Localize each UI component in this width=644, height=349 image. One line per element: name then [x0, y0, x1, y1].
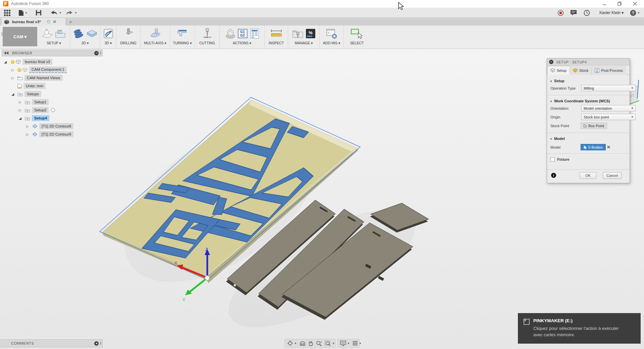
new-tab-button[interactable]: + — [69, 19, 72, 24]
record-button[interactable] — [557, 9, 564, 16]
ribbon-group-label[interactable]: 2D ▾ — [82, 41, 89, 45]
comments-drag-grip[interactable]: ‖ — [100, 341, 101, 345]
turning-icon[interactable] — [176, 29, 189, 39]
visibility-bulb-icon[interactable] — [17, 68, 21, 72]
fixture-checkbox[interactable] — [550, 157, 555, 162]
zoom-button[interactable]: ± — [315, 341, 323, 346]
orbit-button[interactable]: ▼ — [286, 340, 298, 346]
save-button[interactable] — [36, 9, 42, 16]
ribbon-group-label[interactable]: ACTIONS ▾ — [233, 41, 251, 45]
document-tab[interactable]: bureau final v3* ✕ — [2, 18, 66, 26]
expand-toggle-icon[interactable]: ▷ — [18, 108, 22, 112]
3d-milling-icon[interactable] — [103, 28, 114, 39]
expand-toggle-icon[interactable]: ◢ — [11, 92, 15, 96]
look-at-button[interactable] — [299, 341, 307, 346]
add-comment-icon[interactable]: + — [94, 341, 99, 346]
tab-setup[interactable]: Setup — [547, 66, 570, 75]
section-wcs[interactable]: ▼Work Coordinate System (WCS) — [550, 99, 610, 103]
tab-post-process[interactable]: G1 G2 Post Process — [592, 66, 626, 75]
dialog-header[interactable]: − SETUP : SETUP4 — [547, 59, 630, 65]
orientation-dropdown[interactable]: Model orientation▼ — [581, 105, 636, 111]
setup-sheet-icon[interactable] — [250, 28, 259, 39]
ribbon-group-label[interactable]: MULTI-AXIS ▾ — [144, 41, 166, 45]
drilling-icon[interactable] — [123, 28, 134, 39]
2d-face-icon[interactable] — [86, 28, 98, 39]
expand-toggle-icon[interactable]: ▷ — [11, 68, 15, 72]
stock-point-select-button[interactable]: Box Point — [581, 122, 607, 129]
ribbon-group-label[interactable]: 3D ▾ — [105, 41, 112, 45]
user-account-menu[interactable]: Xavier Klein ▾ — [599, 9, 624, 16]
ok-button[interactable]: OK — [580, 172, 596, 179]
job-status-button[interactable] — [584, 9, 590, 16]
tree-item-cam-component[interactable]: ▷ CAM Component:1 — [11, 66, 67, 73]
redo-button[interactable]: ▼ — [65, 9, 77, 16]
tree-item-label[interactable]: [T1] 2D Contour9 — [39, 131, 73, 137]
select-icon[interactable] — [350, 28, 364, 39]
zoom-window-button[interactable]: ▼ — [324, 341, 336, 346]
tree-item-setup2[interactable]: ▷ Setup2 — [18, 106, 55, 114]
expand-toggle-icon[interactable]: ▷ — [25, 133, 30, 136]
tree-item-label[interactable]: Setup2 — [32, 107, 49, 113]
ribbon-group-label[interactable]: ADD-INS ▾ — [323, 41, 340, 45]
tab-close-icon[interactable]: ✕ — [53, 19, 56, 24]
workspace-switcher[interactable]: CAM ▾ — [3, 27, 37, 46]
ribbon-group-label[interactable]: DRILLING — [120, 41, 136, 45]
cancel-button[interactable]: Cancel — [603, 172, 622, 179]
browser-header[interactable]: BROWSER − ‖ — [2, 50, 103, 56]
comments-bar[interactable]: COMMENTS + ‖ — [1, 339, 103, 347]
new-setup-icon[interactable] — [42, 28, 53, 39]
tree-item-label[interactable]: Setups — [24, 91, 41, 97]
ribbon-group-label[interactable]: INSPECT — [269, 41, 284, 45]
ribbon-group-label[interactable]: MANAGE ▾ — [295, 41, 313, 45]
section-setup[interactable]: ▼Setup — [550, 79, 564, 83]
expand-toggle-icon[interactable]: ◢ — [18, 116, 22, 120]
tree-item-contour8[interactable]: ▷ [T1] 2D Contour8 — [25, 122, 73, 130]
tree-item-root[interactable]: ◢ bureau final v3 — [3, 58, 52, 65]
visibility-bulb-icon[interactable] — [11, 60, 14, 64]
tool-library-icon[interactable] — [292, 28, 304, 39]
help-menu-button[interactable]: ? ▼ — [630, 9, 640, 16]
tree-item-label[interactable]: CAM Component:1 — [29, 66, 67, 73]
clear-model-selection-icon[interactable]: ✕ — [607, 145, 610, 150]
info-icon[interactable]: i — [551, 173, 556, 178]
post-gcode-icon[interactable]: G1 G2 — [238, 28, 248, 39]
measure-icon[interactable] — [270, 29, 283, 38]
expand-toggle-icon[interactable]: ▷ — [11, 76, 15, 80]
windows-toast-notification[interactable]: PINKYMAKER (E:) Cliquez pour sélectionne… — [518, 313, 641, 344]
ribbon-group-label[interactable]: TURNING ▾ — [173, 41, 192, 45]
section-model[interactable]: ▼Model — [550, 137, 565, 141]
collapse-panel-icon[interactable] — [4, 51, 9, 55]
tab-stock[interactable]: Stock — [570, 66, 592, 75]
origin-dropdown[interactable]: Stock box point▼ — [581, 114, 636, 120]
addins-console-icon[interactable]: >- — [326, 28, 337, 39]
app-grid-menu-button[interactable] — [4, 9, 10, 16]
tree-item-label[interactable]: Units: mm — [23, 83, 46, 89]
tree-item-label[interactable]: [T1] 2D Contour8 — [39, 123, 73, 129]
expand-toggle-icon[interactable]: ◢ — [3, 60, 7, 64]
tree-item-named-views[interactable]: ▷ CAM Named Views — [11, 74, 63, 82]
browser-drag-grip[interactable]: ‖ — [100, 51, 101, 55]
comments-button[interactable] — [570, 9, 577, 16]
cutting-icon[interactable] — [202, 28, 213, 39]
tree-item-label[interactable]: Setup1 — [32, 99, 49, 105]
post-process-ball-icon[interactable] — [225, 28, 236, 39]
viewport-canvas[interactable]: Z X Y TOP BACK LEFT BROWSER − ‖ ◢ — [0, 49, 644, 349]
display-settings-button[interactable]: ▼ — [339, 341, 351, 346]
setup-from-file-icon[interactable] — [55, 28, 66, 39]
tree-item-setups[interactable]: ◢ Setups — [11, 90, 41, 98]
file-menu-button[interactable]: ▼ — [18, 9, 28, 16]
ribbon-group-label[interactable]: CUTTING — [199, 41, 215, 45]
minimize-button[interactable] — [598, 0, 611, 7]
tree-item-units[interactable]: Units: mm — [11, 82, 46, 90]
2d-pocket-icon[interactable] — [73, 28, 84, 39]
model-selection-chip[interactable]: 5 Bodies — [581, 144, 606, 150]
undo-button[interactable]: ▼ — [50, 9, 62, 16]
pan-button[interactable] — [307, 341, 314, 346]
tree-item-label[interactable]: CAM Named Views — [24, 75, 63, 81]
tree-item-label[interactable]: Setup4 — [32, 115, 49, 121]
browser-collapse-all-icon[interactable]: − — [94, 51, 99, 55]
tree-item-contour9[interactable]: ▷ [T1] 2D Contour9 — [25, 131, 73, 138]
operation-type-dropdown[interactable]: Milling▼ — [581, 85, 636, 91]
restore-button[interactable] — [613, 0, 626, 7]
tree-item-setup1[interactable]: ▷ Setup1 — [18, 98, 49, 106]
